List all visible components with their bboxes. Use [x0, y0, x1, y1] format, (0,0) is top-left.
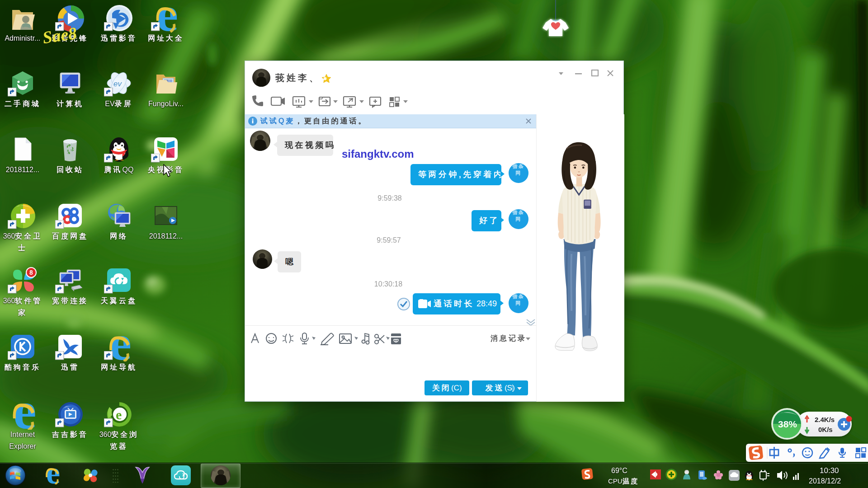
svg-text:38%: 38%: [778, 419, 797, 429]
svg-text:ev: ev: [113, 80, 122, 88]
svg-text:0K/s: 0K/s: [818, 426, 833, 433]
svg-text:8: 8: [29, 269, 33, 276]
svg-text:e: e: [116, 407, 122, 422]
svg-text:2.4K/s: 2.4K/s: [815, 416, 835, 423]
